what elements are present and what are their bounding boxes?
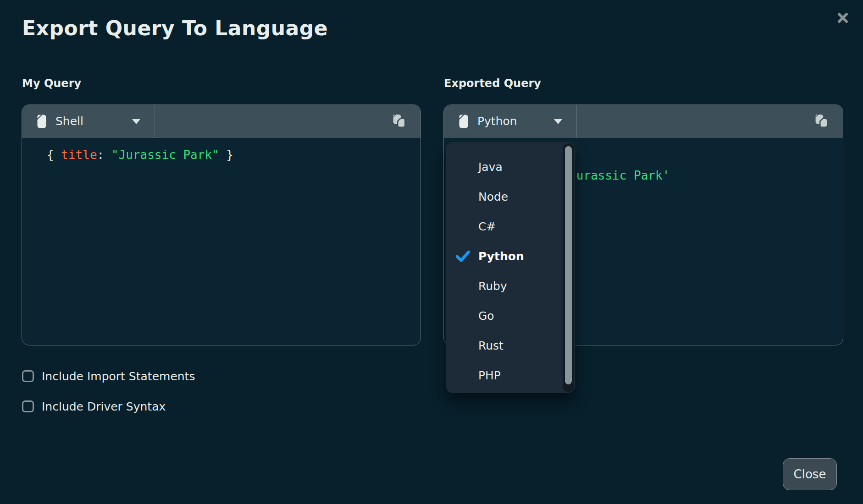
include-driver-syntax-checkbox[interactable]	[22, 400, 34, 412]
copy-exported-query-button[interactable]	[813, 113, 831, 130]
menu-item-label: C#	[478, 220, 496, 233]
selected-language-label: Shell	[55, 105, 83, 138]
copy-my-query-button[interactable]	[390, 113, 409, 130]
menu-item-php[interactable]: PHP	[446, 361, 575, 390]
menu-item-label: Java	[478, 160, 503, 174]
exported-query-label: Exported Query	[444, 77, 541, 90]
file-icon	[459, 114, 469, 129]
code-line: { title: "Jurassic Park" }	[47, 145, 420, 165]
chevron-down-icon	[132, 119, 140, 124]
menu-item-label: PHP	[478, 369, 501, 382]
menu-item-label: Ruby	[478, 279, 507, 293]
menu-item-rust[interactable]: Rust	[446, 331, 575, 361]
menu-item-label: Node	[478, 190, 508, 203]
checkbox-label: Include Import Statements	[42, 370, 195, 383]
code-token-string: 'Jurassic Park'	[562, 169, 670, 182]
code-token: :	[97, 148, 111, 162]
menu-item-label: Go	[478, 309, 494, 323]
code-token: {	[47, 148, 61, 162]
dropdown-scrollbar-track[interactable]	[563, 143, 574, 392]
menu-item-go[interactable]: Go	[446, 301, 575, 331]
code-token: }	[219, 148, 233, 162]
language-dropdown-menu: Java Node C# Python Ruby Go Rust PHP	[446, 142, 575, 393]
dialog-title: Export Query To Language	[22, 16, 328, 40]
checkmark-icon	[456, 251, 470, 262]
menu-item-java[interactable]: Java	[446, 152, 575, 182]
x-icon	[837, 12, 849, 24]
my-query-label: My Query	[22, 77, 81, 90]
chevron-down-icon	[554, 119, 562, 124]
code-token-string: "Jurassic Park"	[111, 148, 219, 162]
menu-item-label: Python	[478, 250, 524, 263]
dropdown-scrollbar-thumb[interactable]	[565, 146, 572, 384]
menu-item-python[interactable]: Python	[446, 241, 575, 271]
my-query-panel-header: Shell	[22, 105, 420, 138]
menu-item-ruby[interactable]: Ruby	[446, 271, 575, 301]
copy-icon	[393, 114, 406, 128]
copy-icon	[815, 114, 829, 128]
selected-language-label: Python	[477, 105, 517, 138]
include-driver-syntax-option[interactable]: Include Driver Syntax	[22, 399, 166, 414]
menu-item-csharp[interactable]: C#	[446, 212, 575, 241]
file-icon	[37, 114, 47, 129]
my-query-language-select[interactable]: Shell	[22, 105, 155, 138]
checkbox-label: Include Driver Syntax	[42, 400, 166, 413]
my-query-panel: Shell { title: "Jurassic Park" }	[22, 104, 421, 345]
include-import-statements-option[interactable]: Include Import Statements	[22, 369, 195, 383]
my-query-code-editor[interactable]: { title: "Jurassic Park" }	[22, 138, 420, 345]
export-query-dialog: Export Query To Language My Query Shell	[0, 0, 863, 504]
menu-item-label: Rust	[478, 339, 503, 352]
include-import-statements-checkbox[interactable]	[22, 370, 34, 382]
close-icon-button[interactable]	[835, 10, 851, 27]
menu-item-node[interactable]: Node	[446, 182, 575, 212]
close-button[interactable]: Close	[783, 458, 837, 490]
exported-language-select[interactable]: Python	[444, 105, 577, 138]
exported-query-panel-header: Python	[444, 105, 843, 138]
code-token-key: title	[61, 148, 97, 162]
